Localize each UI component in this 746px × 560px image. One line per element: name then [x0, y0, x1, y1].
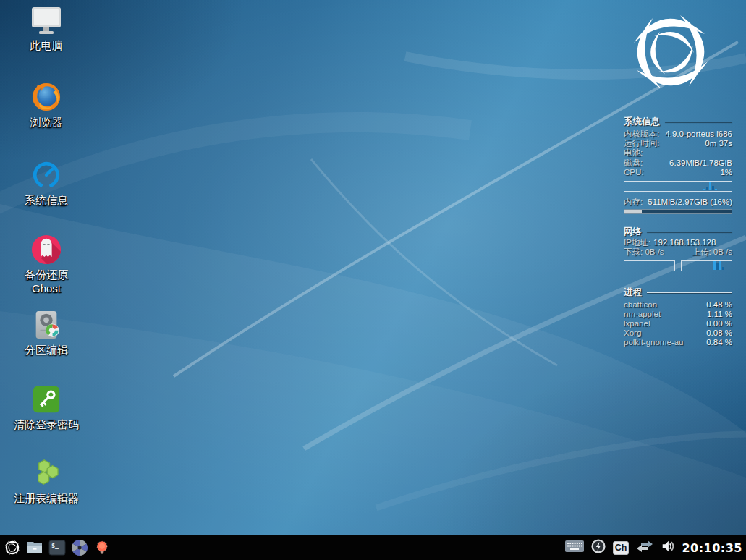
porteus-logo: [624, 4, 718, 100]
memory-bar: [624, 209, 732, 214]
speaker-icon: [661, 538, 675, 554]
desktop-icon-registry-editor[interactable]: 注册表编辑器: [6, 458, 87, 504]
shutter-icon: [71, 539, 88, 556]
language-indicator[interactable]: Ch: [613, 541, 630, 555]
power-tray[interactable]: [590, 538, 606, 557]
network-tray[interactable]: [635, 538, 654, 557]
icon-label: 此电脑: [30, 39, 63, 51]
process-row: Xorg 0.08 %: [624, 328, 732, 338]
icon-label: 注册表编辑器: [14, 492, 79, 504]
network-arrows-icon: [635, 538, 654, 554]
system-monitor-panel: 系统信息 内核版本: 4.9.0-porteus i686 运行时间: 0m 3…: [624, 4, 732, 348]
porteus-menu-icon: [3, 538, 22, 557]
power-bolt-icon: [590, 538, 606, 554]
process-row: polkit-gnome-au 0.84 %: [624, 338, 732, 347]
info-row-battery: 电池:: [624, 148, 732, 158]
folder-icon: [26, 539, 43, 556]
computer-icon: [30, 7, 62, 35]
icon-label: 备份还原: [25, 268, 68, 281]
screen: 此电脑 浏览器 系统信息: [0, 0, 746, 560]
icon-label: 系统信息: [25, 194, 68, 206]
download-history-graph: [624, 260, 675, 271]
cpu-history-graph: [624, 181, 732, 192]
screenshot-button[interactable]: [69, 538, 89, 558]
terminal-button[interactable]: $_: [47, 538, 67, 558]
keyboard-layout-tray[interactable]: [565, 540, 584, 556]
svg-text:$_: $_: [51, 542, 59, 549]
cpu-graph-bars: [703, 182, 717, 190]
process-row: nm-applet 1.11 %: [624, 310, 732, 319]
volume-tray[interactable]: [661, 538, 675, 557]
section-rule: [665, 122, 732, 122]
upload-history-graph: [681, 260, 732, 271]
info-row-disk: 磁盘: 6.39MiB/1.78GiB: [624, 158, 732, 168]
process-row: lxpanel 0.00 %: [624, 319, 732, 328]
disk-partition-icon: [31, 310, 62, 340]
color-temperature-button[interactable]: [92, 538, 111, 558]
desktop-icon-clear-password[interactable]: 清除登录密码: [6, 384, 87, 430]
file-manager-button[interactable]: [25, 538, 44, 558]
icon-label: 浏览器: [30, 116, 63, 128]
section-system-info: 系统信息: [624, 116, 732, 128]
desktop-icon-browser[interactable]: 浏览器: [6, 82, 87, 128]
icon-label-line2: Ghost: [32, 282, 61, 294]
section-network: 网络: [624, 226, 732, 238]
menu-button[interactable]: [2, 538, 22, 558]
process-row: cbatticon 0.48 %: [624, 300, 732, 310]
icon-label: 清除登录密码: [14, 418, 79, 430]
section-processes: 进程: [624, 287, 732, 299]
clock[interactable]: 20:10:35: [682, 541, 742, 555]
desktop-icon-ghost-backup[interactable]: 备份还原 Ghost: [6, 234, 87, 294]
taskbar: $_: [0, 535, 746, 560]
lightbulb-icon: [94, 539, 110, 556]
desktop-icon-my-computer[interactable]: 此电脑: [6, 7, 87, 51]
info-row-uptime: 运行时间: 0m 37s: [624, 139, 732, 148]
info-row-updown: 下载: 0B /s 上传: 0B /s: [624, 247, 732, 257]
keyboard-icon: [565, 540, 584, 553]
section-title: 系统信息: [624, 116, 660, 128]
upload-graph-bars: [713, 261, 724, 270]
memory-bar-fill: [624, 210, 642, 213]
desktop-icon-partition-editor[interactable]: 分区编辑: [6, 310, 87, 356]
desktop-icon-system-info[interactable]: 系统信息: [6, 160, 87, 206]
info-row-kernel: 内核版本: 4.9.0-porteus i686: [624, 130, 732, 139]
icon-label: 分区编辑: [25, 344, 68, 356]
gauge-icon: [31, 160, 62, 190]
info-row-cpu: CPU: 1%: [624, 168, 732, 177]
section-rule: [647, 232, 732, 232]
hexagons-icon: [31, 458, 62, 488]
ghost-icon: [31, 234, 62, 265]
section-title: 进程: [624, 287, 642, 299]
firefox-icon: [31, 82, 62, 112]
section-title: 网络: [624, 226, 642, 238]
key-icon: [31, 384, 62, 415]
info-row-memory: 内存: 511MiB/2.97GiB (16%): [624, 198, 732, 207]
terminal-icon: $_: [48, 539, 66, 556]
info-row-ip: IP地址: 192.168.153.128: [624, 238, 732, 247]
section-rule: [647, 292, 732, 293]
